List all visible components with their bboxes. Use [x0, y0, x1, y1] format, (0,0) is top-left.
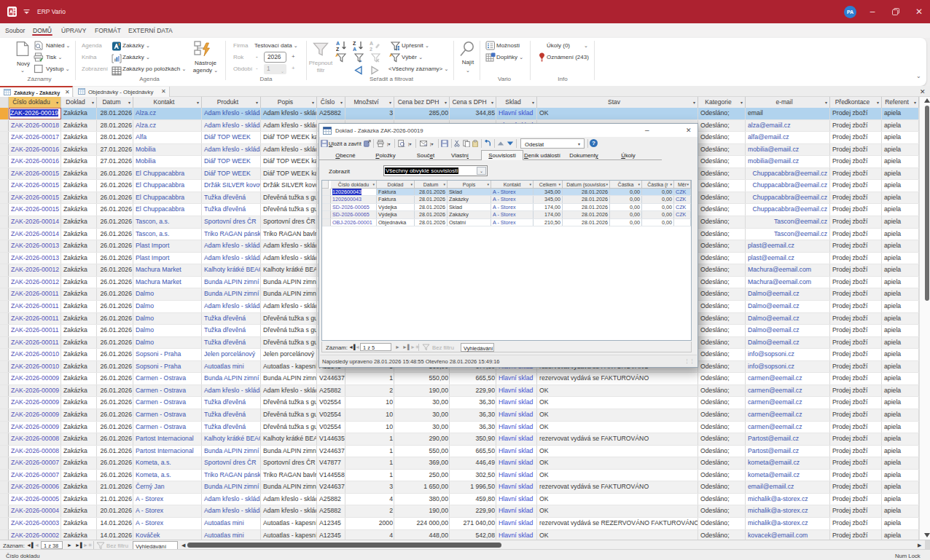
svg-text:A: A	[370, 41, 373, 46]
svg-text:2: 2	[370, 47, 372, 52]
svg-text:Z: Z	[353, 41, 356, 46]
svg-text:Z: Z	[336, 47, 340, 52]
svg-text:A: A	[336, 41, 340, 46]
svg-text:A: A	[353, 47, 356, 52]
